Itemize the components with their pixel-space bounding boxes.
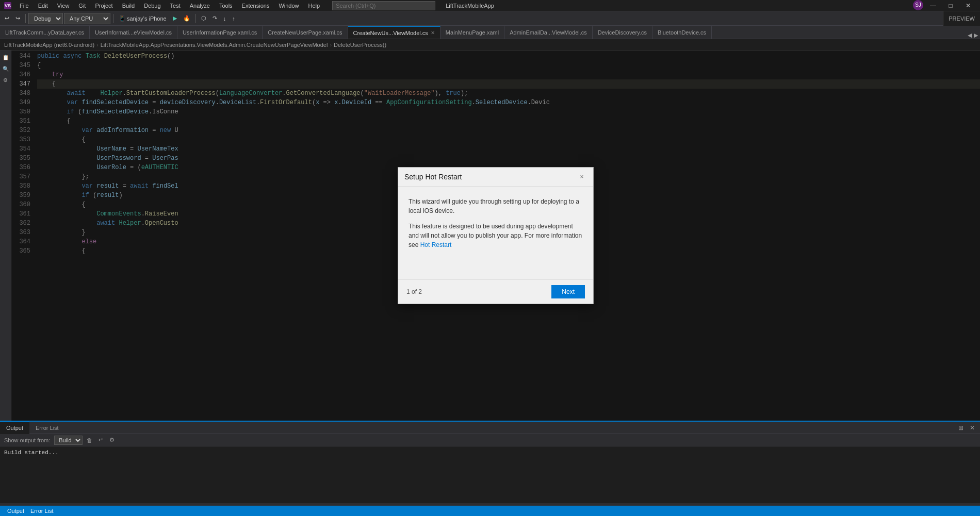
output-tab-output[interactable]: Output bbox=[0, 422, 29, 434]
tab-label-4: CreateNewUs...ViewModel.cs bbox=[353, 30, 428, 36]
tab-label-5: MainMenuPage.xaml bbox=[446, 29, 499, 36]
output-source-dropdown[interactable]: Build bbox=[54, 436, 83, 445]
tab-1[interactable]: UserInformati...eViewModel.cs bbox=[90, 26, 177, 39]
breakpoints-button[interactable]: ⬡ bbox=[199, 13, 209, 24]
menu-test[interactable]: Test bbox=[166, 2, 185, 10]
status-errors-link[interactable]: Error List bbox=[27, 506, 57, 516]
output-wrap-button[interactable]: ↵ bbox=[96, 436, 105, 445]
tab-3[interactable]: CreateNewUserPage.xaml.cs bbox=[263, 26, 348, 39]
separator-1 bbox=[25, 14, 26, 23]
dialog-para2: This feature is designed to be used duri… bbox=[409, 222, 583, 249]
output-content: Build started... bbox=[0, 446, 980, 459]
tab-0[interactable]: LiftTrackComm...yDataLayer.cs bbox=[0, 26, 90, 39]
toolbar: ↩ ↪ Debug Any CPU 📱 sanjay's iPhone ▶ 🔥 … bbox=[0, 11, 980, 26]
breadcrumb-method[interactable]: DeleteUserProcess() bbox=[334, 42, 386, 48]
code-editor[interactable]: 3443453463473483493503513523533543553563… bbox=[11, 51, 980, 421]
output-panel: Output Error List ⊞ ✕ Show output from: … bbox=[0, 421, 980, 503]
separator-2 bbox=[113, 14, 113, 23]
separator-3 bbox=[195, 14, 196, 23]
sidebar-icon-2[interactable]: 🔍 bbox=[1, 64, 10, 73]
app-logo: VS bbox=[4, 2, 11, 9]
status-output-link[interactable]: Output bbox=[4, 506, 27, 516]
debug-mode-dropdown[interactable]: Debug bbox=[28, 13, 63, 24]
tab-label-7: DeviceDiscovery.cs bbox=[598, 29, 647, 36]
sidebar-icon-1[interactable]: 📋 bbox=[1, 53, 10, 62]
undo-button[interactable]: ↩ bbox=[2, 13, 12, 24]
tab-5[interactable]: MainMenuPage.xaml bbox=[440, 26, 504, 39]
device-icon: 📱 bbox=[119, 15, 126, 22]
breadcrumb-project[interactable]: LiftTrackMobileApp (net6.0-android) bbox=[4, 42, 94, 48]
sidebar-icon-3[interactable]: ⚙ bbox=[1, 75, 10, 85]
tab-8[interactable]: BluetoothDevice.cs bbox=[652, 26, 712, 39]
dialog-para1: This wizard will guide you through setti… bbox=[409, 197, 583, 215]
minimize-button[interactable]: — bbox=[925, 0, 941, 11]
menu-bar: File Edit View Git Project Build Debug T… bbox=[15, 2, 324, 10]
tab-2[interactable]: UserInformationPage.xaml.cs bbox=[177, 26, 263, 39]
dialog-header: Setup Hot Restart × bbox=[398, 168, 593, 187]
output-panel-close[interactable]: ✕ bbox=[968, 423, 977, 432]
output-panel-detach[interactable]: ⊞ bbox=[956, 423, 966, 432]
step-out-button[interactable]: ↑ bbox=[230, 13, 238, 24]
tabs-scroll-right[interactable]: ▶ bbox=[974, 32, 978, 39]
dialog-close-button[interactable]: × bbox=[577, 172, 587, 182]
menu-tools[interactable]: Tools bbox=[215, 2, 237, 10]
user-avatar[interactable]: SJ bbox=[913, 0, 923, 10]
menu-extensions[interactable]: Extensions bbox=[238, 2, 274, 10]
maximize-button[interactable]: □ bbox=[943, 0, 958, 11]
menu-help[interactable]: Help bbox=[304, 2, 324, 10]
tabs-scroll-left[interactable]: ◀ bbox=[968, 32, 972, 39]
output-clear-button[interactable]: 🗑 bbox=[85, 436, 94, 445]
step-over-button[interactable]: ↷ bbox=[210, 13, 220, 24]
dialog-next-button[interactable]: Next bbox=[551, 285, 585, 298]
output-line-1: Build started... bbox=[4, 448, 976, 457]
dialog-body: This wizard will guide you through setti… bbox=[398, 187, 593, 279]
tab-label-0: LiftTrackComm...yDataLayer.cs bbox=[5, 29, 84, 36]
preview-button[interactable]: PREVIEW bbox=[943, 11, 980, 26]
menu-debug[interactable]: Debug bbox=[140, 2, 165, 10]
modal-overlay: Setup Hot Restart × This wizard will gui… bbox=[11, 51, 980, 421]
menu-git[interactable]: Git bbox=[74, 2, 90, 10]
editor-tabs: LiftTrackComm...yDataLayer.cs UserInform… bbox=[0, 26, 980, 39]
close-button[interactable]: ✕ bbox=[960, 0, 976, 11]
breadcrumb-namespace[interactable]: LiftTrackMobileApp.AppPresentations.View… bbox=[101, 42, 328, 48]
menu-build[interactable]: Build bbox=[118, 2, 139, 10]
app-title: LiftTrackMobileApp bbox=[446, 3, 494, 9]
output-toolbar: Show output from: Build 🗑 ↵ ⚙ bbox=[0, 434, 980, 446]
menu-window[interactable]: Window bbox=[274, 2, 303, 10]
tab-label-2: UserInformationPage.xaml.cs bbox=[183, 29, 257, 36]
menu-file[interactable]: File bbox=[15, 2, 33, 10]
breadcrumb: LiftTrackMobileApp (net6.0-android) › Li… bbox=[0, 39, 980, 51]
tab-7[interactable]: DeviceDiscovery.cs bbox=[593, 26, 652, 39]
search-input[interactable] bbox=[332, 1, 435, 10]
tab-label-1: UserInformati...eViewModel.cs bbox=[95, 29, 172, 36]
editor-area: 📋 🔍 ⚙ 3443453463473483493503513523533543… bbox=[0, 51, 980, 421]
output-tab-controls: ⊞ ✕ bbox=[956, 423, 980, 432]
title-bar: VS File Edit View Git Project Build Debu… bbox=[0, 0, 980, 11]
output-tab-errors[interactable]: Error List bbox=[29, 422, 65, 434]
platform-dropdown[interactable]: Any CPU bbox=[64, 13, 110, 24]
step-into-button[interactable]: ↓ bbox=[221, 13, 229, 24]
menu-project[interactable]: Project bbox=[91, 2, 117, 10]
run-button[interactable]: ▶ bbox=[170, 13, 179, 24]
tab-label-3: CreateNewUserPage.xaml.cs bbox=[268, 29, 342, 36]
search-bar bbox=[332, 1, 435, 10]
dialog-title: Setup Hot Restart bbox=[404, 173, 462, 181]
menu-analyze[interactable]: Analyze bbox=[186, 2, 214, 10]
redo-button[interactable]: ↪ bbox=[13, 13, 23, 24]
tab-6[interactable]: AdminEmailDa...ViewModel.cs bbox=[504, 26, 593, 39]
dialog-page-indicator: 1 of 2 bbox=[406, 288, 422, 295]
tab-close-4[interactable]: ✕ bbox=[431, 30, 435, 36]
hot-restart-link[interactable]: Hot Restart bbox=[420, 241, 452, 248]
window-controls: SJ — □ ✕ bbox=[913, 0, 976, 11]
status-bar: Output Error List bbox=[0, 506, 980, 516]
hot-reload-button[interactable]: 🔥 bbox=[181, 13, 193, 24]
device-selector[interactable]: 📱 sanjay's iPhone bbox=[116, 13, 169, 24]
show-output-label: Show output from: bbox=[4, 437, 50, 443]
menu-edit[interactable]: Edit bbox=[34, 2, 52, 10]
output-tabs: Output Error List ⊞ ✕ bbox=[0, 422, 980, 434]
hot-restart-dialog: Setup Hot Restart × This wizard will gui… bbox=[398, 167, 594, 304]
menu-view[interactable]: View bbox=[53, 2, 74, 10]
tab-4[interactable]: CreateNewUs...ViewModel.cs ✕ bbox=[348, 26, 440, 39]
output-filter-button[interactable]: ⚙ bbox=[107, 436, 117, 445]
breadcrumb-sep-2: › bbox=[330, 42, 332, 48]
